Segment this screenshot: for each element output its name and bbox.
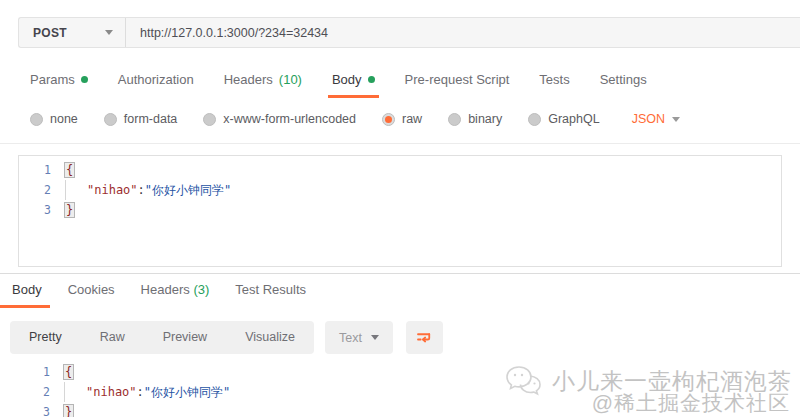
mode-none[interactable]: none (30, 112, 78, 126)
method-select[interactable]: POST (19, 18, 126, 47)
tab-label: Test Results (235, 282, 306, 297)
tab-pre-request-script[interactable]: Pre-request Script (405, 70, 510, 98)
request-tabs: Params Authorization Headers (10) Body P… (30, 70, 800, 98)
tab-settings[interactable]: Settings (600, 70, 647, 98)
response-body-editor[interactable]: 1 { 2 "nihao":"你好小钟同学" 3 } (18, 362, 782, 417)
tab-headers[interactable]: Headers (10) (224, 70, 302, 98)
code-text: "nihao":"你好小钟同学" (65, 180, 781, 200)
radio-checked-icon (382, 113, 395, 126)
tab-label: Body (332, 72, 362, 87)
line-number: 1 (18, 362, 64, 382)
mode-binary[interactable]: binary (448, 112, 502, 126)
view-raw[interactable]: Raw (81, 321, 144, 354)
radio-icon (203, 113, 216, 126)
open-brace: { (65, 163, 74, 177)
wrap-lines-icon (415, 329, 433, 347)
line-number: 3 (18, 402, 64, 417)
close-brace: } (64, 405, 73, 417)
mode-raw[interactable]: raw (382, 112, 422, 126)
code-text: "nihao":"你好小钟同学" (64, 382, 782, 402)
indent-guide (64, 382, 65, 402)
mode-label: binary (468, 112, 502, 126)
tab-label: Pre-request Script (405, 72, 510, 87)
json-value: "你好小钟同学" (145, 183, 231, 197)
view-mode-group: Pretty Raw Preview Visualize (10, 321, 314, 354)
chevron-down-icon (672, 117, 680, 122)
headers-count: (3) (193, 282, 209, 297)
tab-tests[interactable]: Tests (539, 70, 569, 98)
json-colon: : (138, 183, 145, 197)
code-text: } (64, 402, 782, 417)
response-tab-headers[interactable]: Headers (3) (139, 282, 212, 308)
code-line: 2 "nihao":"你好小钟同学" (19, 180, 781, 200)
pane-divider (0, 273, 800, 274)
body-mode-row: none form-data x-www-form-urlencoded raw… (30, 106, 800, 132)
headers-count: (10) (279, 72, 302, 87)
mode-label: none (50, 112, 78, 126)
mode-label: form-data (124, 112, 178, 126)
code-text: } (65, 200, 781, 220)
tab-label: Body (12, 282, 42, 297)
response-tab-test-results[interactable]: Test Results (233, 282, 308, 308)
code-text: { (65, 160, 781, 180)
response-tabs: Body Cookies Headers (3) Test Results (10, 282, 800, 308)
url-input[interactable]: http://127.0.0.1:3000/?234=32434 (126, 18, 800, 47)
open-brace: { (64, 365, 73, 379)
format-label: Text (339, 331, 362, 345)
json-colon: : (137, 385, 144, 399)
radio-icon (30, 113, 43, 126)
response-toolbar: Pretty Raw Preview Visualize Text (10, 321, 800, 354)
mode-graphql[interactable]: GraphQL (528, 112, 599, 126)
code-line: 2 "nihao":"你好小钟同学" (18, 382, 782, 402)
tab-label: Authorization (118, 72, 194, 87)
radio-icon (448, 113, 461, 126)
radio-icon (104, 113, 117, 126)
response-tab-body[interactable]: Body (10, 282, 44, 308)
json-key: "nihao" (86, 385, 137, 399)
language-select[interactable]: JSON (632, 112, 680, 126)
chevron-down-icon (105, 30, 113, 35)
code-line: 3 } (19, 200, 781, 220)
indent-guide (65, 180, 66, 200)
mode-label: GraphQL (548, 112, 599, 126)
tab-label: Headers (224, 72, 273, 87)
view-preview[interactable]: Preview (144, 321, 226, 354)
language-label: JSON (632, 112, 665, 126)
code-line: 1 { (19, 160, 781, 180)
tab-label: Headers (141, 282, 190, 297)
view-pretty[interactable]: Pretty (10, 321, 81, 354)
code-line: 3 } (18, 402, 782, 417)
code-line: 1 { (18, 362, 782, 382)
tab-authorization[interactable]: Authorization (118, 70, 194, 98)
json-value: "你好小钟同学" (144, 385, 230, 399)
tab-label: Settings (600, 72, 647, 87)
request-body-editor[interactable]: 1 { 2 "nihao":"你好小钟同学" 3 } (18, 155, 782, 267)
green-dot-icon (81, 76, 88, 83)
tab-label: Params (30, 72, 75, 87)
radio-icon (528, 113, 541, 126)
line-number: 2 (19, 180, 65, 200)
tab-label: Tests (539, 72, 569, 87)
tab-body[interactable]: Body (332, 70, 375, 98)
mode-label: raw (402, 112, 422, 126)
url-text: http://127.0.0.1:3000/?234=32434 (140, 26, 328, 40)
tab-params[interactable]: Params (30, 70, 88, 98)
chevron-down-icon (371, 335, 379, 340)
tab-label: Cookies (68, 282, 115, 297)
view-visualize[interactable]: Visualize (226, 321, 314, 354)
request-url-bar: POST http://127.0.0.1:3000/?234=32434 (18, 17, 800, 48)
code-text: { (64, 362, 782, 382)
mode-label: x-www-form-urlencoded (223, 112, 356, 126)
mode-form-data[interactable]: form-data (104, 112, 178, 126)
wrap-lines-button[interactable] (406, 321, 443, 354)
line-number: 2 (18, 382, 64, 402)
divider (0, 143, 800, 144)
response-tab-cookies[interactable]: Cookies (66, 282, 117, 308)
line-number: 3 (19, 200, 65, 220)
line-number: 1 (19, 160, 65, 180)
json-key: "nihao" (87, 183, 138, 197)
green-dot-icon (368, 76, 375, 83)
mode-x-www-form-urlencoded[interactable]: x-www-form-urlencoded (203, 112, 356, 126)
close-brace: } (65, 203, 74, 217)
format-select[interactable]: Text (325, 321, 393, 354)
